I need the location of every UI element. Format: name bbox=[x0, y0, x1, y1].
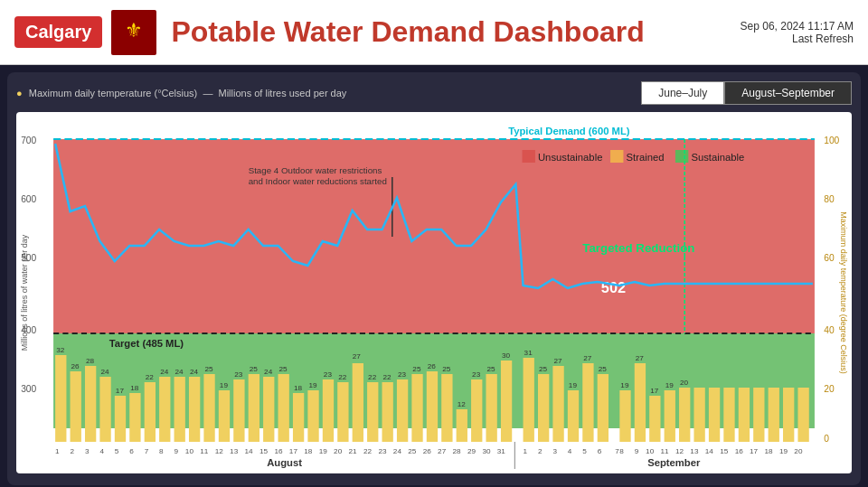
dashboard-panel: ● Maximum daily temperature (°Celsius) —… bbox=[7, 72, 861, 485]
svg-text:20: 20 bbox=[824, 384, 835, 394]
svg-text:23: 23 bbox=[472, 370, 481, 379]
svg-text:Maximum daily temperature (deg: Maximum daily temperature (degree Celsiu… bbox=[839, 211, 848, 373]
svg-text:5: 5 bbox=[115, 447, 119, 455]
svg-rect-51 bbox=[337, 382, 348, 442]
svg-text:700: 700 bbox=[21, 136, 36, 145]
svg-text:Sustainable: Sustainable bbox=[691, 152, 744, 163]
svg-text:27: 27 bbox=[553, 357, 562, 365]
svg-text:19: 19 bbox=[665, 381, 675, 389]
svg-text:29: 29 bbox=[467, 447, 476, 455]
svg-rect-45 bbox=[249, 374, 259, 442]
svg-text:Millions of litres of water pe: Millions of litres of water per day bbox=[20, 234, 29, 351]
svg-rect-12 bbox=[675, 150, 688, 163]
svg-text:4: 4 bbox=[99, 447, 104, 455]
svg-text:20: 20 bbox=[794, 447, 803, 455]
svg-text:22: 22 bbox=[368, 373, 377, 381]
svg-text:⚜: ⚜ bbox=[125, 19, 143, 42]
svg-text:11: 11 bbox=[200, 447, 209, 455]
svg-rect-56 bbox=[411, 374, 422, 442]
calgary-emblem: ⚜ bbox=[111, 10, 156, 55]
svg-text:23: 23 bbox=[234, 370, 243, 379]
svg-text:Target (485 ML): Target (485 ML) bbox=[109, 338, 184, 349]
svg-text:27: 27 bbox=[438, 447, 447, 455]
svg-text:20: 20 bbox=[334, 447, 343, 455]
svg-text:17: 17 bbox=[650, 387, 659, 395]
svg-text:80: 80 bbox=[824, 194, 835, 204]
temp-legend-label: Maximum daily temperature (°Celsius) bbox=[29, 88, 198, 98]
svg-text:40: 40 bbox=[824, 325, 835, 335]
svg-rect-37 bbox=[129, 393, 140, 442]
svg-text:22: 22 bbox=[383, 373, 392, 381]
svg-text:26: 26 bbox=[428, 362, 437, 370]
svg-text:30: 30 bbox=[482, 447, 491, 455]
svg-rect-74 bbox=[693, 388, 704, 442]
svg-text:Unsustainable: Unsustainable bbox=[538, 152, 602, 163]
svg-rect-8 bbox=[523, 150, 535, 163]
svg-text:Targeted Reduction: Targeted Reduction bbox=[582, 241, 694, 255]
svg-rect-81 bbox=[797, 388, 808, 442]
svg-rect-63 bbox=[524, 358, 534, 442]
svg-text:18: 18 bbox=[130, 384, 139, 392]
tab-buttons: June–July August–September bbox=[641, 81, 852, 105]
svg-rect-44 bbox=[233, 379, 244, 442]
svg-text:24: 24 bbox=[190, 368, 199, 376]
svg-rect-33 bbox=[71, 371, 81, 442]
svg-text:12: 12 bbox=[215, 447, 224, 455]
svg-text:23: 23 bbox=[398, 370, 407, 379]
svg-text:17: 17 bbox=[116, 387, 125, 395]
svg-text:27: 27 bbox=[353, 352, 362, 361]
svg-text:12: 12 bbox=[675, 447, 684, 455]
svg-text:6: 6 bbox=[129, 447, 134, 455]
svg-text:18: 18 bbox=[294, 384, 303, 392]
svg-text:31: 31 bbox=[497, 447, 506, 455]
svg-text:17: 17 bbox=[289, 447, 298, 455]
svg-text:Stage 4 Outdoor water restrict: Stage 4 Outdoor water restrictions bbox=[249, 165, 382, 175]
svg-text:1: 1 bbox=[55, 447, 60, 455]
svg-text:27: 27 bbox=[636, 354, 645, 362]
svg-text:8: 8 bbox=[159, 447, 164, 455]
svg-text:2: 2 bbox=[538, 447, 542, 455]
svg-rect-49 bbox=[307, 390, 318, 442]
svg-rect-40 bbox=[175, 377, 185, 442]
svg-text:16: 16 bbox=[274, 447, 283, 455]
svg-text:19: 19 bbox=[319, 447, 328, 455]
svg-rect-57 bbox=[427, 371, 438, 442]
svg-rect-68 bbox=[598, 374, 609, 442]
tab-june-july[interactable]: June–July bbox=[641, 81, 724, 105]
svg-text:18: 18 bbox=[764, 447, 773, 455]
svg-text:25: 25 bbox=[279, 365, 288, 373]
svg-text:3: 3 bbox=[85, 447, 90, 455]
svg-text:27: 27 bbox=[583, 354, 592, 362]
svg-text:31: 31 bbox=[524, 349, 533, 357]
svg-rect-38 bbox=[145, 382, 156, 442]
svg-rect-43 bbox=[219, 390, 230, 442]
svg-text:15: 15 bbox=[259, 447, 269, 455]
svg-rect-61 bbox=[486, 374, 496, 442]
svg-text:502: 502 bbox=[601, 279, 626, 295]
svg-text:25: 25 bbox=[204, 365, 213, 373]
svg-text:Strained: Strained bbox=[627, 152, 665, 163]
svg-text:19: 19 bbox=[620, 381, 629, 389]
svg-text:18: 18 bbox=[304, 447, 313, 455]
svg-text:24: 24 bbox=[175, 368, 184, 376]
svg-rect-65 bbox=[552, 366, 563, 442]
chart-area: Typical Demand (600 ML) Target (485 ML) … bbox=[16, 112, 852, 473]
svg-rect-78 bbox=[753, 388, 764, 442]
tab-aug-sep[interactable]: August–September bbox=[724, 81, 852, 105]
svg-text:11: 11 bbox=[661, 447, 670, 455]
svg-text:26: 26 bbox=[423, 447, 432, 455]
svg-rect-39 bbox=[159, 377, 170, 442]
main-chart-svg: Typical Demand (600 ML) Target (485 ML) … bbox=[16, 112, 852, 473]
svg-text:4: 4 bbox=[568, 447, 572, 455]
svg-text:14: 14 bbox=[705, 447, 714, 455]
header-datetime: Sep 06, 2024 11:17 AM Last Refresh bbox=[741, 20, 854, 45]
svg-text:September: September bbox=[647, 457, 701, 468]
calgary-logo: Calgary bbox=[14, 16, 102, 48]
svg-text:5: 5 bbox=[582, 447, 587, 455]
chart-controls: ● Maximum daily temperature (°Celsius) —… bbox=[16, 81, 852, 105]
svg-rect-69 bbox=[619, 390, 630, 442]
svg-text:2: 2 bbox=[71, 447, 75, 455]
svg-text:25: 25 bbox=[250, 365, 259, 373]
svg-text:25: 25 bbox=[487, 365, 496, 373]
svg-rect-34 bbox=[85, 366, 96, 442]
